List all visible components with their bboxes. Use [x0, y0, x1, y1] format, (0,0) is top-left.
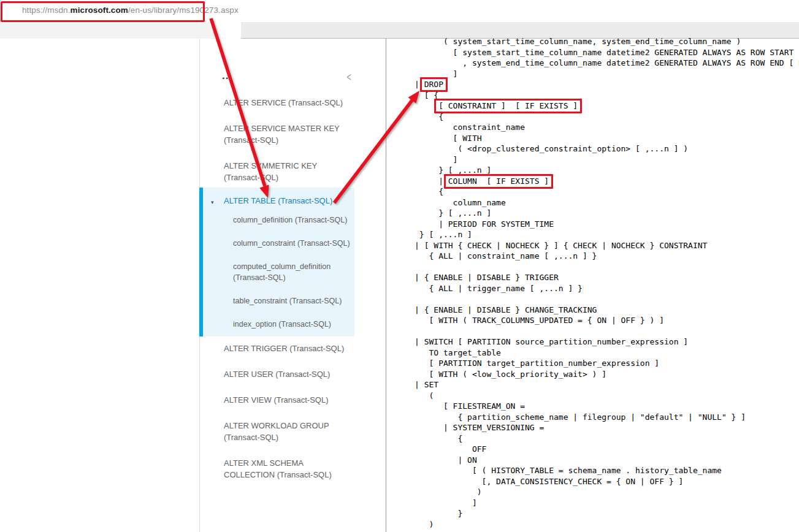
code-line: } [ ,...n ]	[415, 208, 799, 219]
red-annotation-box: [ CONSTRAINT ] [ IF EXISTS ]	[434, 99, 582, 113]
content-pane-border	[386, 39, 386, 532]
sidebar-item[interactable]: ALTER SERVICE (Transact-SQL)	[199, 97, 354, 108]
sidebar-item[interactable]: ALTER VIEW (Transact-SQL)	[199, 394, 354, 406]
code-line: } [ ,...n ]	[415, 229, 799, 240]
code-line: | { ENABLE | DISABLE } CHANGE_TRACKING	[415, 305, 799, 316]
active-toc-group: ▾ALTER TABLE (Transact-SQL)column_defini…	[199, 188, 354, 336]
code-block: ( system_start_time_column_name, system_…	[415, 36, 799, 530]
code-line: | COLUMN [ IF EXISTS ]	[415, 176, 799, 187]
code-line: }	[415, 508, 799, 519]
red-annotation-box: COLUMN [ IF EXISTS ]	[444, 174, 553, 189]
code-line: | ON	[415, 455, 799, 466]
code-line: [ ( HISTORY_TABLE = schema_name . histor…	[415, 465, 799, 476]
code-line: | PERIOD FOR SYSTEM_TIME	[415, 219, 799, 230]
code-line: ( <drop_clustered_constraint_option> [ ,…	[415, 143, 799, 154]
code-line: [ WITH ( TRACK_COLUMNS_UPDATED = { ON | …	[415, 315, 799, 326]
browser-toolbar: https://msdn.microsoft.com/en-us/library…	[0, 0, 799, 22]
header-band-left	[0, 22, 215, 39]
code-line: , system_end_time_column_name datetime2 …	[415, 58, 799, 69]
code-line: | { ENABLE | DISABLE } TRIGGER	[415, 272, 799, 283]
url-annotation-box	[1, 1, 205, 22]
code-line: | DROP	[415, 79, 799, 90]
expanded-triangle-icon[interactable]: ▾	[211, 197, 214, 208]
sidebar-item[interactable]: ALTER SERVICE MASTER KEY (Transact-SQL)	[199, 123, 354, 146]
code-line: { ALL | trigger_name [ ,...n ] }	[415, 283, 799, 294]
sidebar-item[interactable]: column_definition (Transact-SQL)	[199, 215, 354, 226]
sidebar-item[interactable]: computed_column_definition (Transact-SQL…	[199, 261, 354, 283]
active-group-accent-bar	[199, 188, 203, 336]
code-line: [, DATA_CONSISTENCY_CHECK = { ON | OFF }…	[415, 476, 799, 487]
code-line: | SYSTEM_VERSIONING =	[415, 422, 799, 433]
code-line	[415, 326, 799, 337]
code-line: (	[415, 390, 799, 401]
code-line: [ WITH	[415, 133, 799, 144]
code-line: constraint_name	[415, 122, 799, 133]
code-line	[415, 262, 799, 273]
code-line: OFF	[415, 444, 799, 455]
code-line: ( system_start_time_column_name, system_…	[415, 36, 799, 47]
code-line: column_name	[415, 197, 799, 208]
sidebar-item[interactable]: ALTER WORKLOAD GROUP (Transact-SQL)	[199, 420, 354, 443]
code-line: [ system_start_time_column_name datetime…	[415, 47, 799, 58]
code-line: ]	[415, 498, 799, 509]
code-line	[415, 294, 799, 305]
code-line: ]	[415, 154, 799, 165]
sidebar-item[interactable]: table_constraint (Transact-SQL)	[199, 295, 354, 306]
code-line: ]	[415, 69, 799, 80]
red-annotation-box: DROP	[420, 77, 448, 92]
sidebar-item[interactable]: column_constraint (Transact-SQL)	[199, 238, 354, 249]
sidebar-item[interactable]: ALTER SYMMETRIC KEY (Transact-SQL)	[199, 160, 354, 183]
code-line: { ALL | constraint_name [ ,...n ] }	[415, 251, 799, 262]
code-line: | SET	[415, 379, 799, 390]
code-line: | SWITCH [ PARTITION source_partition_nu…	[415, 336, 799, 348]
code-line: | [ WITH { CHECK | NOCHECK } ] { CHECK |…	[415, 240, 799, 251]
toc-collapse-chevron-icon[interactable]: <	[346, 71, 351, 83]
toc-more-button[interactable]: ...	[222, 70, 232, 82]
code-line: TO target_table	[415, 348, 799, 359]
code-line: {	[415, 433, 799, 444]
sidebar-items: ALTER SERVICE (Transact-SQL)ALTER SERVIC…	[199, 97, 354, 495]
code-line: )	[415, 487, 799, 498]
sidebar-item-active[interactable]: ▾ALTER TABLE (Transact-SQL)	[199, 195, 354, 207]
code-line: [ CONSTRAINT ] [ IF EXISTS ]	[415, 101, 799, 112]
sidebar-item[interactable]: index_option (Transact-SQL)	[199, 319, 354, 330]
code-line: )	[415, 519, 799, 530]
content-pane: ( system_start_time_column_name, system_…	[415, 36, 799, 532]
sidebar-item[interactable]: ALTER USER (Transact-SQL)	[199, 368, 354, 380]
code-line: { partition_scheme_name | filegroup | "d…	[415, 412, 799, 423]
sidebar-item[interactable]: ALTER TRIGGER (Transact-SQL)	[199, 343, 354, 354]
browser-window: { "colors": { "annotation_red": "#e8111f…	[0, 0, 799, 532]
code-line: [ PARTITION target_partition_number_expr…	[415, 358, 799, 369]
code-line: [ FILESTREAM_ON =	[415, 401, 799, 412]
sidebar-item[interactable]: ALTER XML SCHEMA COLLECTION (Transact-SQ…	[199, 457, 354, 481]
header-band-gap	[215, 22, 241, 39]
code-line: [ WITH ( <low_lock_priority_wait> ) ]	[415, 369, 799, 380]
